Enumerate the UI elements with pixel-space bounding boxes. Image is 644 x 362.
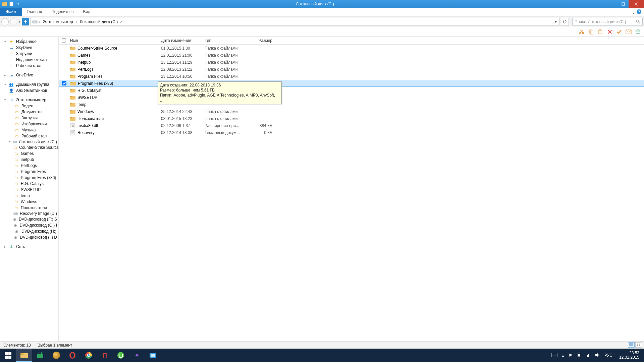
nav-item[interactable]: Локальный диск (C:) — [0, 139, 58, 144]
nav-item[interactable]: 🗀Документы — [0, 109, 58, 115]
nav-forward-button[interactable]: → — [10, 18, 17, 25]
ribbon-tab-view[interactable]: Вид — [78, 8, 95, 16]
nav-item[interactable]: 🗀inetpub — [0, 157, 58, 163]
file-row[interactable]: Recovery08.12.2014 18:08Текстовый докум.… — [59, 129, 644, 136]
ribbon-tab-home[interactable]: Главная — [22, 8, 47, 16]
nav-item[interactable]: 🗀Program Files (x86) — [0, 175, 58, 181]
nav-onedrive[interactable]: ☁OneDrive — [0, 72, 58, 78]
taskbar-app-3[interactable]: ✦ — [129, 349, 145, 362]
nav-item[interactable]: ◉DVD-дисковод (G:) I — [0, 222, 58, 228]
nav-item[interactable]: 🗀Windows — [0, 199, 58, 205]
help-icon[interactable]: ? — [637, 9, 641, 14]
address-bar[interactable]: Этот компьютер Локальный диск (C:) ▾ — [31, 18, 559, 25]
nav-item[interactable]: 🗀Рабочий стол — [0, 133, 58, 139]
taskbar-utorrent[interactable] — [113, 349, 129, 362]
nav-item[interactable]: 🗀Музыка — [0, 127, 58, 133]
nav-item[interactable]: 🗀R.G. Catalyst — [0, 181, 58, 187]
view-icons-button[interactable] — [635, 342, 642, 348]
delete-icon[interactable] — [606, 28, 613, 35]
nav-item[interactable]: 🗀SWSETUP — [0, 187, 58, 193]
tray-keyboard-icon[interactable] — [551, 353, 557, 358]
address-dropdown-icon[interactable]: ▾ — [552, 18, 559, 25]
tray-volume-icon[interactable] — [595, 353, 600, 358]
file-row[interactable]: msdia80.dll02.12.2006 1:37Расширение при… — [59, 122, 644, 129]
nav-item-skydrive[interactable]: ☁SkyDrive — [0, 45, 58, 51]
row-checkbox[interactable] — [62, 81, 66, 85]
nav-item-recent[interactable]: 🗀Недавние места — [0, 57, 58, 63]
ribbon-tab-file[interactable]: Файл — [0, 8, 22, 16]
refresh-button[interactable] — [561, 18, 569, 25]
nav-item[interactable]: 🗀Program Files — [0, 169, 58, 175]
search-input[interactable]: Поиск: Локальный диск (C:) — [572, 18, 643, 25]
taskbar-app-2[interactable]: П — [97, 349, 113, 362]
nav-homegroup-user[interactable]: 👤Аяз Ямалтдинов — [0, 87, 58, 94]
nav-back-button[interactable]: ← — [1, 18, 9, 25]
nav-up-button[interactable] — [22, 18, 29, 25]
nav-item[interactable]: 🗀Изображения — [0, 121, 58, 127]
file-row[interactable]: Counter-Strike Source01.01.2015 1:30Папк… — [59, 45, 644, 52]
tray-network-icon[interactable] — [586, 353, 590, 358]
nav-item[interactable]: ◉DVD-дисковод (F:) S — [0, 216, 58, 222]
file-row[interactable]: Games12.01.2015 21:00Папка с файлами — [59, 52, 644, 59]
nav-item[interactable]: 🗀Counter-Strike Source — [0, 144, 58, 150]
file-row[interactable]: PerfLogs22.08.2013 21:22Папка с файлами — [59, 66, 644, 73]
maximize-button[interactable] — [618, 0, 629, 8]
file-row[interactable]: Program Files (x86)12.01.2015 22:28Папка… — [59, 80, 644, 87]
file-row[interactable]: Program Files23.12.2014 10:50Папка с фай… — [59, 73, 644, 80]
column-type[interactable]: Тип — [205, 38, 248, 43]
globe-icon[interactable] — [635, 28, 641, 35]
tray-power-icon[interactable] — [577, 353, 581, 358]
ribbon-expand-icon[interactable]: ⌄ — [632, 10, 635, 15]
nav-item[interactable]: 🗀Games — [0, 150, 58, 157]
nav-item[interactable]: 🗀temp — [0, 193, 58, 199]
nav-item[interactable]: ◉DVD-дисковод (H:) — [0, 228, 58, 234]
column-size[interactable]: Размер — [248, 38, 275, 43]
nav-item-downloads[interactable]: 🗀Загрузки — [0, 51, 58, 57]
breadcrumb-computer[interactable]: Этот компьютер — [42, 19, 74, 24]
nav-item[interactable]: 🗀PerfLogs — [0, 163, 58, 169]
nav-item[interactable]: 🗀Пользователи — [0, 205, 58, 211]
tray-clock[interactable]: 23:53 12.01.2015 — [617, 351, 641, 360]
taskbar-chrome[interactable] — [80, 349, 97, 362]
nav-favorites[interactable]: ★ Избранное — [0, 39, 58, 45]
tray-flag-icon[interactable]: ⚑ — [569, 353, 572, 358]
file-row[interactable]: Windows25.12.2014 22:43Папка с файлами — [59, 108, 644, 115]
taskbar-opera[interactable] — [64, 349, 80, 362]
taskbar-store[interactable] — [32, 349, 48, 362]
qat-dropdown-icon[interactable]: ▾ — [15, 1, 21, 7]
taskbar-explorer[interactable] — [16, 349, 32, 362]
cut-icon[interactable] — [578, 28, 585, 35]
taskbar-app-4[interactable] — [145, 349, 161, 362]
tray-language[interactable]: РУС — [604, 353, 612, 358]
nav-item[interactable]: 🗀Загрузки — [0, 115, 58, 121]
select-all-checkbox[interactable] — [62, 38, 66, 42]
ribbon-tab-share[interactable]: Поделиться — [47, 8, 78, 16]
file-row[interactable]: Пользователи03.01.2015 13:23Папка с файл… — [59, 115, 644, 122]
nav-item[interactable]: ◉DVD-дисковод (I:) D — [0, 234, 58, 240]
paste-icon[interactable] — [597, 28, 604, 35]
nav-item[interactable]: Recovery Image (D:) — [0, 211, 58, 216]
view-details-button[interactable] — [628, 342, 635, 348]
file-row[interactable]: temp — [59, 101, 644, 108]
mail-icon[interactable] — [625, 28, 632, 35]
column-date[interactable]: Дата изменения — [161, 38, 205, 43]
file-row[interactable]: inetpub23.12.2014 11:29Папка с файлами — [59, 59, 644, 66]
column-name[interactable]: Имя — [69, 38, 161, 43]
nav-computer[interactable]: 🖥Этот компьютер — [0, 97, 58, 103]
breadcrumb-drive[interactable]: Локальный диск (C:) — [78, 19, 119, 24]
tray-chevron-up-icon[interactable]: ▴ — [562, 354, 564, 357]
close-button[interactable] — [629, 0, 644, 8]
nav-history-dropdown[interactable]: ▾ — [19, 20, 20, 23]
qat-properties-icon[interactable] — [9, 1, 14, 7]
file-row[interactable]: SWSETUP — [59, 94, 644, 101]
minimize-button[interactable] — [607, 0, 618, 8]
file-row[interactable]: R.G. Catalyst — [59, 87, 644, 94]
nav-homegroup[interactable]: 👥Домашняя группа — [0, 81, 58, 87]
nav-item[interactable]: 🗀Видео — [0, 103, 58, 109]
nav-item-desktop[interactable]: 🗀Рабочий стол — [0, 63, 58, 69]
check-icon[interactable] — [616, 28, 623, 35]
taskbar-app-1[interactable] — [48, 349, 64, 362]
start-button[interactable] — [0, 349, 16, 362]
nav-network[interactable]: 🖧Сеть — [0, 244, 58, 250]
copy-icon[interactable] — [588, 28, 594, 35]
